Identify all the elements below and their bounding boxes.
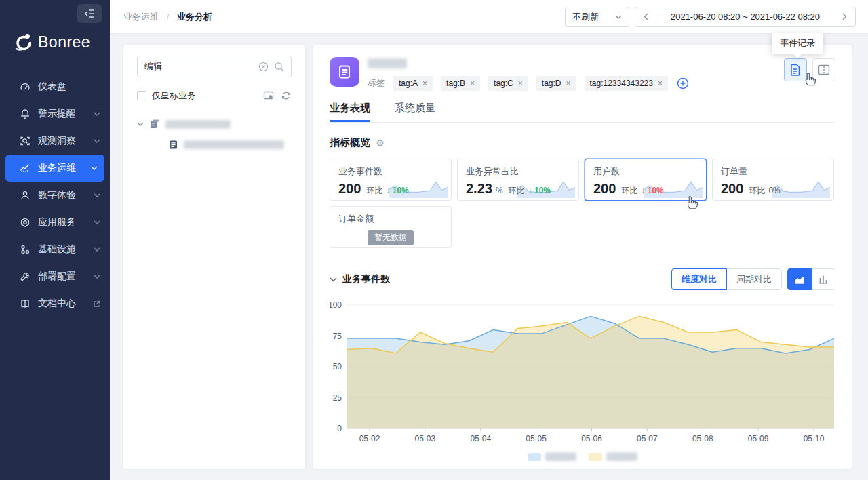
settings-gear-icon[interactable]: ⚙	[376, 137, 384, 149]
tag-remove-icon[interactable]: ×	[566, 79, 570, 88]
area-chart-icon	[794, 275, 805, 284]
chart-type-toggle	[787, 268, 835, 290]
legend-item[interactable]	[589, 452, 637, 461]
tree-search-box	[137, 56, 292, 77]
scan-search-icon	[19, 136, 31, 146]
sidebar-item-label: 数字体验	[38, 189, 94, 201]
metric-value: 200	[721, 181, 743, 197]
date-range-value: 2021-06-20 08:20 ~ 2021-06-22 08:20	[671, 12, 820, 22]
sidebar-item-dashboard[interactable]: 仪表盘	[0, 73, 110, 100]
bell-icon	[19, 108, 31, 119]
metric-overview-header: 指标概览 ⚙	[330, 136, 835, 149]
metric-card-orders[interactable]: 订单量 200 环比 0%	[712, 159, 834, 201]
sidebar-item-digital-experience[interactable]: 数字体验	[0, 182, 110, 209]
chevron-down-icon[interactable]	[137, 122, 144, 126]
plus-circle-icon	[677, 77, 689, 89]
legend-swatch	[589, 453, 602, 461]
chevron-down-icon	[91, 166, 98, 170]
metric-card-error-ratio[interactable]: 业务异常占比 2.23 % 环比 ↓ 10%	[457, 159, 579, 201]
svg-text:75: 75	[333, 332, 342, 341]
star-filter-checkbox[interactable]	[137, 91, 146, 100]
brand-name: Bonree	[38, 33, 90, 52]
tab-business-performance[interactable]: 业务表现	[330, 102, 370, 122]
business-doc-icon	[168, 140, 178, 150]
trend-chart-icon	[19, 163, 31, 174]
svg-text:25: 25	[333, 393, 342, 403]
refresh-interval-select[interactable]: 不刷新	[565, 7, 629, 27]
content-area: 仅星标业务	[110, 34, 868, 469]
sidebar: Bonree 仪表盘 警示提醒 观测洞察 业务运维	[0, 0, 110, 480]
sidebar-item-business-ops[interactable]: 业务运维	[5, 155, 104, 182]
tag-remove-icon[interactable]: ×	[658, 79, 663, 88]
metric-card-order-amount[interactable]: 订单金额 暂无数据	[330, 206, 452, 248]
tag-pill: tag:C×	[488, 76, 528, 91]
search-icon[interactable]	[274, 62, 284, 72]
compare-mode-toggle: 维度对比 周期对比	[671, 268, 782, 290]
tag-pill: tag:D×	[536, 76, 576, 91]
dimension-compare-button[interactable]: 维度对比	[671, 268, 727, 290]
tree-node-group[interactable]	[137, 114, 292, 134]
arrow-down-icon: ↓	[641, 186, 645, 195]
app-root: Bonree 仪表盘 警示提醒 观测洞察 业务运维	[0, 0, 868, 480]
business-entity-icon	[330, 57, 359, 87]
sidebar-item-label: 部署配置	[38, 271, 94, 283]
chevron-down-icon	[94, 112, 100, 116]
breadcrumb: 业务运维 / 业务分析	[123, 11, 212, 23]
sidebar-item-docs-center[interactable]: 文档中心	[0, 290, 110, 317]
sync-icon[interactable]	[281, 90, 292, 101]
tag-remove-icon[interactable]: ×	[518, 79, 523, 88]
sidebar-item-label: 仪表盘	[38, 81, 100, 93]
chart-section-header: 业务事件数 维度对比 周期对比	[330, 268, 835, 290]
panel-settings-icon[interactable]	[263, 90, 274, 101]
svg-text:05-07: 05-07	[637, 434, 658, 443]
sidebar-item-label: 警示提醒	[38, 108, 94, 120]
metric-value: 200	[338, 181, 361, 197]
breadcrumb-separator: /	[167, 12, 170, 22]
chevron-down-icon[interactable]	[330, 277, 337, 282]
area-chart-type-button[interactable]	[787, 268, 812, 290]
bar-chart-type-button[interactable]	[811, 268, 835, 290]
breadcrumb-parent[interactable]: 业务运维	[123, 12, 159, 22]
split-panel-button[interactable]	[812, 58, 835, 81]
business-tree	[137, 114, 292, 155]
period-compare-button[interactable]: 周期对比	[726, 268, 782, 290]
business-analysis-panel: 事件记录 标签	[313, 45, 852, 469]
tree-node-item[interactable]	[137, 134, 292, 155]
sidebar-item-observe[interactable]: 观测洞察	[0, 127, 110, 155]
chart-title: 业务事件数	[342, 273, 390, 285]
redacted-node-label	[184, 140, 284, 149]
sidebar-collapse-button[interactable]	[77, 4, 102, 23]
wrench-icon	[19, 271, 31, 282]
tag-row: 标签 tag:A× tag:B× tag:C× tag:D× tag:12334…	[368, 76, 690, 91]
chevron-right-icon[interactable]	[842, 13, 847, 20]
redacted-entity-title	[368, 58, 407, 68]
tab-system-quality[interactable]: 系统质量	[395, 102, 435, 122]
svg-text:0: 0	[337, 424, 342, 433]
metric-card-users[interactable]: 用户数 200 环比 ↓ 10%	[585, 159, 707, 201]
sidebar-item-deploy-config[interactable]: 部署配置	[0, 263, 110, 290]
tag-pill: tag:B×	[441, 76, 480, 91]
metric-card-business-events[interactable]: 业务事件数 200 环比 ↓ 10%	[330, 159, 452, 201]
sidebar-item-alerts[interactable]: 警示提醒	[0, 100, 110, 127]
tag-remove-icon[interactable]: ×	[422, 79, 427, 88]
svg-text:05-05: 05-05	[526, 434, 547, 443]
tag-remove-icon[interactable]: ×	[470, 79, 475, 88]
svg-text:05-03: 05-03	[415, 434, 436, 443]
clear-icon[interactable]	[258, 62, 269, 72]
add-tag-button[interactable]	[676, 77, 690, 90]
search-input[interactable]	[144, 62, 253, 72]
date-range-picker[interactable]: 2021-06-20 08:20 ~ 2021-06-22 08:20	[635, 7, 856, 27]
event-log-button[interactable]	[784, 58, 807, 81]
sidebar-item-app-services[interactable]: 应用服务	[0, 209, 110, 236]
chevron-down-icon	[94, 139, 100, 143]
chart-area: 025507510005-0205-0305-0405-0505-0605-07…	[330, 297, 835, 461]
sidebar-item-label: 观测洞察	[38, 135, 94, 147]
book-icon	[19, 298, 31, 309]
star-filter-label: 仅星标业务	[152, 89, 196, 102]
sidebar-item-infrastructure[interactable]: 基础设施	[0, 236, 110, 263]
svg-text:100: 100	[330, 300, 342, 310]
chevron-left-icon[interactable]	[644, 13, 648, 20]
legend-item[interactable]	[528, 452, 576, 461]
redacted-legend-label	[606, 452, 637, 461]
svg-text:50: 50	[333, 362, 342, 372]
